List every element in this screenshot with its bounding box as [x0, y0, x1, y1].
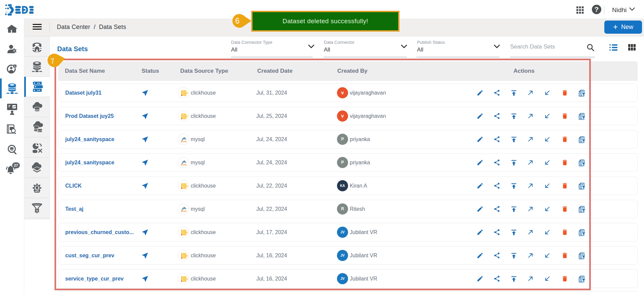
svg-text:API: API	[35, 190, 39, 192]
svg-text:</>: </>	[37, 129, 42, 132]
svg-text:?: ?	[595, 5, 599, 13]
svg-text:6: 6	[235, 17, 240, 25]
